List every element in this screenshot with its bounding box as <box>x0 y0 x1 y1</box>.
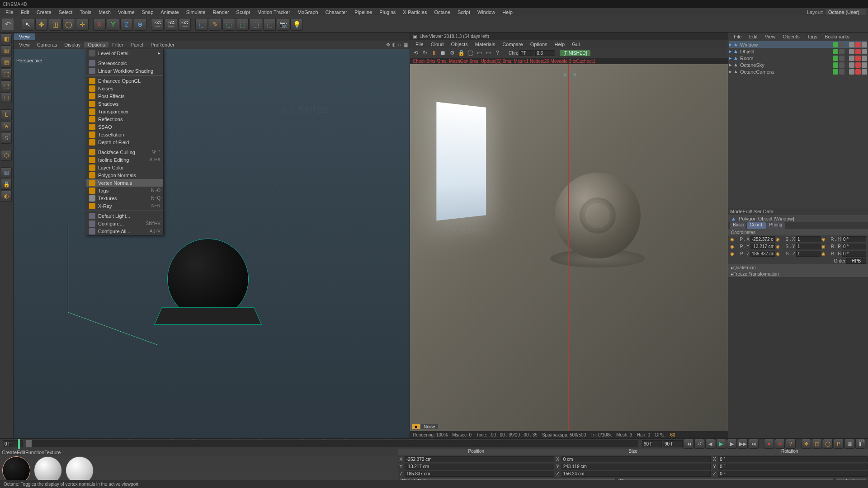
lv-menu-objects[interactable]: Objects <box>447 42 471 47</box>
pos-z-input[interactable] <box>750 251 775 257</box>
menu-create[interactable]: Create <box>33 9 55 15</box>
menu-character[interactable]: Character <box>322 9 351 15</box>
menu-tools[interactable]: Tools <box>76 9 95 15</box>
tl-param-rec[interactable]: P <box>834 439 844 449</box>
psr-r-Y[interactable] <box>718 464 868 469</box>
lv-clip[interactable]: ▭ <box>484 49 492 57</box>
option-transparency[interactable]: Transparency <box>86 108 163 115</box>
rotate-tool[interactable]: ◯ <box>62 18 75 31</box>
psr-r-X[interactable] <box>718 456 868 462</box>
tl-prev-key[interactable]: ↺ <box>694 439 704 449</box>
render-pict-button[interactable]: 🎬 <box>165 18 177 31</box>
lv-help[interactable]: ? <box>493 49 501 57</box>
tl-play[interactable]: ▶ <box>716 439 726 449</box>
tl-end-a-input[interactable] <box>642 440 662 447</box>
psr-p-Y[interactable] <box>405 464 554 469</box>
om-menu-objects[interactable]: Objects <box>779 34 803 39</box>
tl-autokey[interactable]: ◎ <box>775 439 785 449</box>
render-view[interactable]: A B ■ Noise <box>410 64 728 431</box>
option-vertex-normals[interactable]: Vertex Normals <box>86 179 163 187</box>
tl-prev-frame[interactable]: ◀ <box>705 439 715 449</box>
pos-y-input[interactable] <box>750 244 775 249</box>
spline-tool[interactable]: ✎ <box>209 18 222 31</box>
object-manager[interactable]: ▸ ▲Window ▸ ▲Object ▸ ▲Room ▸ ▲OctaneSky… <box>728 40 868 207</box>
menu-select[interactable]: Select <box>55 9 76 15</box>
mat-menu-create[interactable]: Create <box>2 450 17 455</box>
move-tool[interactable]: ✥ <box>35 18 48 31</box>
scale-x-input[interactable] <box>796 236 821 242</box>
render-view-button[interactable]: 🎬 <box>151 18 164 31</box>
option-backface-culling[interactable]: Backface CullingN~P <box>86 148 163 156</box>
om-menu-bookmarks[interactable]: Bookmarks <box>821 34 853 39</box>
tl-next-key[interactable]: ▶▶ <box>738 439 748 449</box>
lv-menu-materials[interactable]: Materials <box>472 42 499 47</box>
tl-go-end[interactable]: ⏭ <box>749 439 759 449</box>
order-select[interactable]: HPB <box>846 258 866 264</box>
option-tessellation[interactable]: Tessellation <box>86 131 163 138</box>
environment-button[interactable]: ⬚ <box>263 18 276 31</box>
menu-animate[interactable]: Animate <box>157 9 182 15</box>
option-enhanced-opengl[interactable]: Enhanced OpenGL <box>86 77 163 84</box>
lv-sphere[interactable]: ◯ <box>466 49 474 57</box>
option-level-of-detail[interactable]: Level of Detail▸ <box>86 49 163 57</box>
menu-pipeline[interactable]: Pipeline <box>351 9 376 15</box>
psr-p-X[interactable] <box>405 456 554 462</box>
vp-menu-cameras[interactable]: Cameras <box>33 42 61 47</box>
coord-system-button[interactable]: ⊕ <box>134 18 146 31</box>
tl-next-frame[interactable]: ▶ <box>727 439 737 449</box>
tl-pla-rec[interactable]: ▦ <box>844 439 854 449</box>
option-stereoscopic[interactable]: Stereoscopic <box>86 59 163 67</box>
viewport-solo[interactable]: ▦ <box>1 167 12 178</box>
tl-record[interactable]: ● <box>764 439 774 449</box>
misc-mode[interactable]: ◐ <box>1 191 12 202</box>
menu-mograph[interactable]: MoGraph <box>294 9 322 15</box>
lv-pause[interactable]: ⏸ <box>430 49 438 57</box>
om-menu-view[interactable]: View <box>761 34 779 39</box>
mat-menu-function[interactable]: Function <box>25 450 44 455</box>
menu-window[interactable]: Window <box>474 9 499 15</box>
point-mode[interactable]: ⬚ <box>1 69 12 80</box>
lv-gear[interactable]: ⚙ <box>448 49 456 57</box>
vp-menu-options[interactable]: Options <box>84 42 108 47</box>
rot-b-input[interactable] <box>842 251 866 257</box>
lv-menu-gui[interactable]: Gui <box>568 42 583 47</box>
om-menu-tags[interactable]: Tags <box>803 34 821 39</box>
axis-z-button[interactable]: Z <box>120 18 133 31</box>
psr-s-X[interactable] <box>561 456 711 462</box>
undo-button[interactable]: ↶ <box>2 19 14 30</box>
tl-go-start[interactable]: ⏮ <box>684 439 693 449</box>
option-linear-workflow-shading[interactable]: Linear Workflow Shading <box>86 67 163 75</box>
attr-freeze[interactable]: ▸ Freeze Transformation <box>728 271 868 277</box>
object-mode[interactable]: ▦ <box>1 45 12 56</box>
om-item-window[interactable]: ▸ ▲Window <box>729 41 867 48</box>
menu-plugins[interactable]: Plugins <box>376 9 399 15</box>
perspective-viewport[interactable]: Perspective <box>14 49 410 438</box>
rot-h-input[interactable] <box>842 236 866 242</box>
axis-y-button[interactable]: Y <box>107 18 119 31</box>
pos-x-input[interactable] <box>750 236 775 242</box>
menu-snap[interactable]: Snap <box>138 9 157 15</box>
menu-edit[interactable]: Edit <box>17 9 33 15</box>
axis-x-button[interactable]: X <box>93 18 106 31</box>
psr-s-Z[interactable] <box>561 471 711 477</box>
lock-mode[interactable]: 🔒 <box>1 179 12 190</box>
option-isoline-editing[interactable]: Isoline EditingAlt+A <box>86 156 163 164</box>
generator-button[interactable]: ⬚ <box>222 18 235 31</box>
vp-menu-display[interactable]: Display <box>61 42 84 47</box>
om-item-octanesky[interactable]: ▸ ▲OctaneSky <box>729 61 867 68</box>
menu-help[interactable]: Help <box>499 9 516 15</box>
lv-chn-mode[interactable]: PT <box>519 50 534 56</box>
scale-y-input[interactable] <box>796 244 821 249</box>
scale-z-input[interactable] <box>796 251 821 257</box>
lv-stop[interactable]: ⏹ <box>439 49 447 57</box>
tl-end-b-input[interactable] <box>663 440 683 447</box>
scale-tool[interactable]: ◫ <box>49 18 61 31</box>
menu-mesh[interactable]: Mesh <box>95 9 114 15</box>
om-item-octanecamera[interactable]: ▸ ▲OctaneCamera <box>729 68 867 75</box>
menu-file[interactable]: File <box>2 9 17 15</box>
psr-r-Z[interactable] <box>718 471 868 477</box>
vp-menu-prorender[interactable]: ProRender <box>147 42 178 47</box>
psr-p-Z[interactable] <box>405 471 554 477</box>
option-x-ray[interactable]: X-RayN~R <box>86 202 163 210</box>
option-tags[interactable]: TagsN~O <box>86 187 163 194</box>
